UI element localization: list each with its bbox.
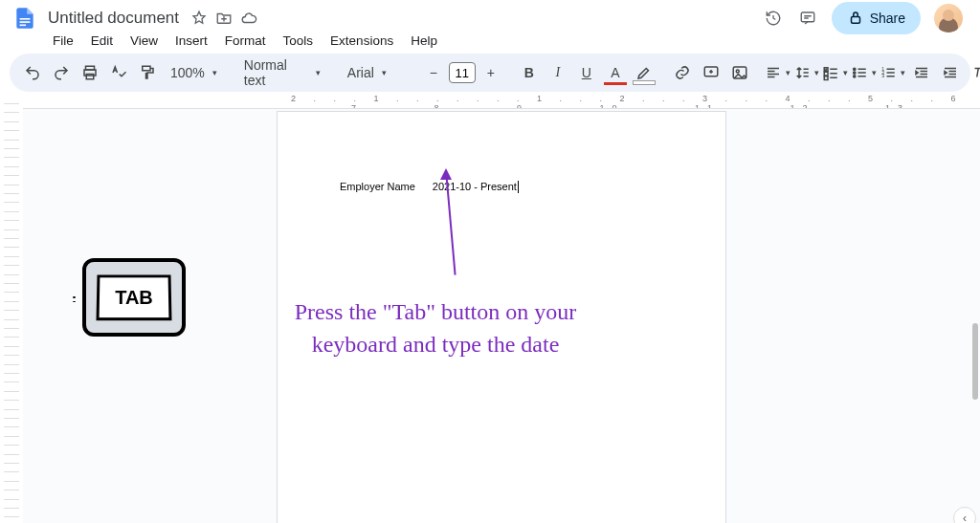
menu-view[interactable]: View (123, 32, 165, 50)
avatar[interactable] (934, 4, 963, 33)
undo-icon[interactable] (19, 59, 46, 86)
paragraph-style-select[interactable]: Normal text (236, 57, 328, 88)
annotation-tab-key-illustration: TAB (82, 258, 188, 340)
align-icon[interactable] (765, 59, 791, 86)
checklist-icon[interactable] (822, 59, 849, 86)
share-label: Share (870, 11, 905, 26)
insert-link-icon[interactable] (669, 59, 696, 86)
svg-rect-8 (143, 66, 150, 71)
increase-indent-icon[interactable] (937, 59, 964, 86)
svg-rect-0 (20, 18, 31, 20)
menu-file[interactable]: File (46, 32, 80, 50)
font-size-increase[interactable]: + (478, 59, 504, 86)
clear-formatting-icon[interactable] (966, 59, 980, 86)
svg-rect-2 (20, 25, 26, 27)
svg-rect-13 (825, 72, 829, 76)
svg-rect-3 (801, 12, 814, 22)
share-button[interactable]: Share (832, 2, 921, 34)
menu-help[interactable]: Help (404, 32, 444, 50)
svg-text:3: 3 (882, 73, 885, 78)
annotation-arrow (445, 170, 447, 275)
highlight-icon[interactable] (631, 59, 657, 86)
star-icon[interactable] (190, 10, 208, 27)
menu-edit[interactable]: Edit (84, 32, 120, 50)
print-icon[interactable] (77, 59, 103, 86)
menu-extensions[interactable]: Extensions (323, 32, 400, 50)
font-size-decrease[interactable]: − (420, 59, 447, 86)
line-spacing-icon[interactable] (793, 59, 820, 86)
annotation-dots (73, 296, 78, 302)
document-title[interactable]: Untitled document (44, 7, 183, 30)
svg-point-16 (854, 72, 856, 74)
menu-insert[interactable]: Insert (168, 32, 214, 50)
explore-button[interactable]: ‹ (953, 507, 976, 523)
add-comment-icon[interactable] (698, 59, 724, 86)
svg-rect-1 (20, 21, 31, 23)
move-icon[interactable] (215, 10, 233, 27)
horizontal-ruler[interactable]: 2 . . . 1 . . . . . . . 1 . . . 2 . . . … (23, 94, 980, 109)
insert-image-icon[interactable] (726, 59, 753, 86)
scrollbar[interactable] (972, 323, 978, 400)
svg-point-11 (736, 70, 739, 73)
paint-format-icon[interactable] (134, 59, 161, 86)
spellcheck-icon[interactable] (105, 59, 132, 86)
font-select[interactable]: Arial (340, 65, 409, 80)
menu-format[interactable]: Format (218, 32, 273, 50)
italic-icon[interactable]: I (545, 59, 571, 86)
redo-icon[interactable] (48, 59, 75, 86)
history-icon[interactable] (763, 8, 784, 29)
underline-icon[interactable]: U (573, 59, 600, 86)
bulleted-list-icon[interactable] (851, 59, 878, 86)
numbered-list-icon[interactable]: 123 (880, 59, 906, 86)
text-cursor (518, 181, 519, 193)
vertical-ruler[interactable] (0, 94, 23, 523)
svg-rect-14 (825, 76, 829, 80)
menu-tools[interactable]: Tools (277, 32, 321, 50)
ruler-marks: 2 . . . 1 . . . . . . . 1 . . . 2 . . . … (291, 94, 970, 109)
bold-icon[interactable]: B (516, 59, 543, 86)
zoom-select[interactable]: 100% (163, 65, 225, 80)
font-size-input[interactable] (449, 62, 476, 83)
doc-text-employer[interactable]: Employer Name (340, 181, 415, 193)
svg-point-17 (854, 76, 856, 77)
comments-icon[interactable] (797, 8, 818, 29)
toolbar: 100% Normal text Arial − + B I U A 123 (10, 54, 970, 92)
svg-point-15 (854, 68, 856, 70)
cloud-status-icon[interactable] (240, 10, 257, 27)
svg-rect-4 (851, 17, 859, 24)
text-color-icon[interactable]: A (602, 59, 629, 86)
decrease-indent-icon[interactable] (908, 59, 935, 86)
annotation-text: Press the "Tab" button on your keyboard … (287, 296, 584, 360)
docs-logo[interactable] (11, 1, 38, 35)
